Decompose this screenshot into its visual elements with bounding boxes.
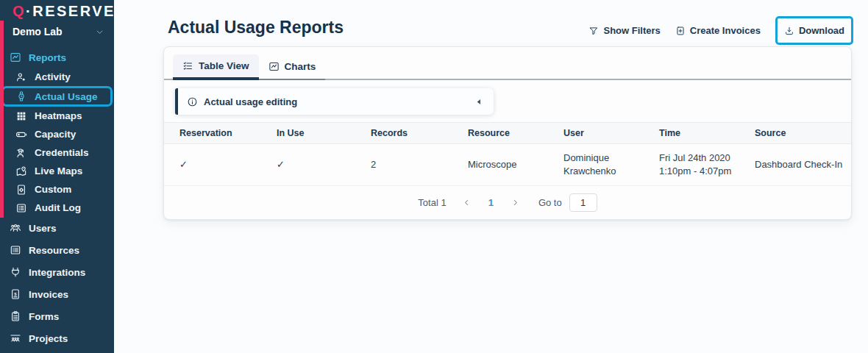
col-time: Time xyxy=(644,123,739,144)
sidebar-item-heatmaps[interactable]: Heatmaps xyxy=(0,107,114,125)
col-records: Records xyxy=(355,123,452,144)
sidebar-item-label: Users xyxy=(29,223,57,234)
download-button[interactable]: Download xyxy=(784,25,844,36)
button-label: Download xyxy=(799,25,844,36)
sidebar-item-integrations[interactable]: Integrations xyxy=(0,261,114,283)
sidebar-item-actual-usage[interactable]: Actual Usage xyxy=(1,86,113,107)
tab-table-view[interactable]: Table View xyxy=(173,54,259,80)
reservation-check-icon: ✓ xyxy=(179,159,188,170)
team-icon xyxy=(10,332,21,344)
col-in-use: In Use xyxy=(261,123,355,144)
actual-usage-editing-banner: Actual usage editing xyxy=(175,88,494,115)
goto-label: Go to xyxy=(538,197,562,208)
banner-collapse-button[interactable] xyxy=(472,96,485,108)
sidebar-item-audit-log[interactable]: Audit Log xyxy=(0,199,114,217)
button-label: Create Invoices xyxy=(690,25,761,36)
cell-time: Fri Jul 24th 2020 1:10pm - 4:07pm xyxy=(644,144,739,186)
download-highlight-box: Download xyxy=(775,16,853,45)
sidebar-item-label: Reports xyxy=(29,52,66,63)
time-date: Fri Jul 24th 2020 xyxy=(659,152,730,163)
sidebar-item-label: Invoices xyxy=(29,289,68,300)
create-invoice-icon xyxy=(675,26,686,36)
list-box-icon xyxy=(15,202,27,214)
pagination-total: Total 1 xyxy=(418,197,446,208)
create-invoices-button[interactable]: Create Invoices xyxy=(675,25,761,36)
sidebar-item-label: Projects xyxy=(29,333,68,344)
map-pin-icon xyxy=(15,165,27,177)
line-chart-icon xyxy=(10,51,21,63)
report-card: Table View Charts Actual usage editing R… xyxy=(163,46,852,220)
sidebar-item-activity[interactable]: Activity xyxy=(0,68,114,86)
sidebar-item-reports[interactable]: Reports xyxy=(0,47,114,68)
sidebar-item-credentials[interactable]: Credentials xyxy=(0,143,114,162)
svg-text:$: $ xyxy=(14,292,17,296)
active-section-indicator xyxy=(0,21,4,218)
tab-bar: Table View Charts xyxy=(164,47,851,80)
cell-source: Dashboard Check-In xyxy=(739,144,851,186)
header-actions: Show Filters Create Invoices Download xyxy=(588,16,853,45)
plug-icon xyxy=(10,266,21,278)
tab-label: Charts xyxy=(285,61,316,72)
logo-rest: ·RESERVE xyxy=(26,3,115,20)
sidebar-item-invoices[interactable]: $ Invoices xyxy=(0,283,114,305)
users-icon xyxy=(10,222,21,234)
page-number[interactable]: 1 xyxy=(475,197,507,208)
app-logo[interactable]: Q·RESERVE xyxy=(0,0,114,22)
banner-text: Actual usage editing xyxy=(204,96,297,107)
goto-page-input[interactable] xyxy=(569,193,597,212)
previous-page-button[interactable] xyxy=(458,197,475,208)
watch-icon xyxy=(15,90,27,102)
sidebar-item-resources[interactable]: Resources xyxy=(0,239,114,261)
logo-q: Q xyxy=(13,3,26,20)
battery-icon xyxy=(15,129,27,140)
sidebar-item-live-maps[interactable]: Live Maps xyxy=(0,162,114,180)
time-range: 1:10pm - 4:07pm xyxy=(659,165,731,176)
sidebar-item-label: Credentials xyxy=(35,147,89,158)
lab-selector[interactable]: Demo Lab xyxy=(0,22,114,41)
next-page-button[interactable] xyxy=(507,197,524,208)
cell-records: 2 xyxy=(355,144,452,186)
tab-charts[interactable]: Charts xyxy=(259,54,326,80)
table-row: ✓ ✓ 2 Microscope Dominique Krawchenko Fr… xyxy=(164,144,851,186)
chevron-left-icon xyxy=(463,199,471,207)
sidebar-item-users[interactable]: Users xyxy=(0,217,114,239)
sidebar-item-label: Activity xyxy=(35,71,71,82)
collapse-left-icon xyxy=(474,97,483,107)
col-resource: Resource xyxy=(452,123,548,144)
sidebar-item-label: Forms xyxy=(29,311,59,322)
sidebar-item-capacity[interactable]: Capacity xyxy=(0,125,114,143)
col-reservation: Reservation xyxy=(164,123,261,144)
col-user: User xyxy=(548,123,644,144)
sidebar-item-projects[interactable]: Projects xyxy=(0,327,114,349)
invoice-icon: $ xyxy=(10,288,21,300)
sidebar-item-label: Custom xyxy=(35,184,71,195)
sidebar-item-label: Audit Log xyxy=(35,202,81,213)
show-filters-button[interactable]: Show Filters xyxy=(588,25,660,36)
col-source: Source xyxy=(739,123,851,144)
download-icon xyxy=(784,26,794,36)
sidebar-item-label: Integrations xyxy=(29,267,85,278)
list-rows-icon xyxy=(10,244,21,256)
sidebar-item-label: Resources xyxy=(29,245,79,256)
list-check-icon xyxy=(182,60,193,71)
cell-user: Dominique Krawchenko xyxy=(548,144,644,186)
activity-user-icon xyxy=(15,71,27,83)
filter-icon xyxy=(588,26,599,36)
sidebar-item-custom[interactable]: Custom xyxy=(0,180,114,199)
sidebar-item-label: Heatmaps xyxy=(35,110,82,121)
main-content: Actual Usage Reports Show Filters Create… xyxy=(114,0,868,353)
graduate-icon xyxy=(15,147,27,159)
sidebar-item-label: Capacity xyxy=(35,129,76,140)
document-gear-icon xyxy=(15,184,27,196)
sidebar-nav: Reports Activity Actual Usage Heatmaps C… xyxy=(0,47,114,349)
lab-name: Demo Lab xyxy=(13,26,63,38)
grid-icon xyxy=(15,110,27,122)
sidebar-item-forms[interactable]: Forms xyxy=(0,305,114,327)
tab-label: Table View xyxy=(199,60,249,71)
sidebar-item-label: Live Maps xyxy=(35,165,82,176)
line-chart-icon xyxy=(268,61,280,72)
chevron-down-icon xyxy=(95,27,104,37)
button-label: Show Filters xyxy=(603,25,660,36)
info-icon xyxy=(187,96,198,107)
pagination: Total 1 1 Go to xyxy=(164,193,851,212)
